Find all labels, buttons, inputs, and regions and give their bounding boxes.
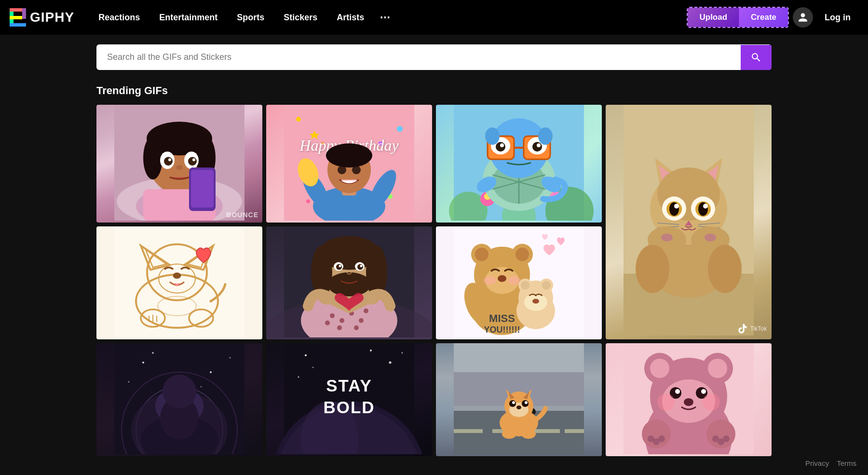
svg-point-143 (515, 248, 529, 261)
search-icon (750, 52, 762, 63)
svg-point-157 (532, 299, 539, 304)
gif-item-corgi[interactable] (96, 226, 262, 339)
svg-point-222 (675, 389, 680, 394)
gif-item-woman[interactable]: BOUNCE (96, 105, 262, 223)
svg-point-226 (703, 393, 720, 411)
svg-point-122 (354, 325, 359, 330)
svg-point-115 (330, 313, 335, 318)
svg-point-168 (142, 362, 144, 363)
gif-item-squirtle[interactable] (436, 105, 602, 223)
svg-point-141 (475, 248, 488, 261)
svg-point-208 (525, 401, 528, 404)
svg-point-234 (723, 435, 730, 442)
pink-bear-gif (606, 343, 772, 454)
nav-reactions[interactable]: Reactions (89, 9, 149, 27)
svg-point-155 (542, 281, 551, 290)
svg-point-167 (163, 375, 196, 408)
svg-point-211 (521, 429, 536, 439)
corgi-gif (96, 226, 262, 337)
giphy-logo[interactable]: GIPHY (10, 8, 74, 27)
svg-point-209 (516, 405, 521, 409)
nav-artists[interactable]: Artists (327, 9, 374, 27)
svg-point-94 (705, 234, 716, 241)
logo-icon (10, 8, 26, 27)
svg-point-172 (152, 352, 154, 354)
search-input[interactable] (96, 44, 741, 70)
svg-point-40 (338, 166, 346, 174)
svg-point-105 (173, 273, 181, 279)
svg-point-179 (389, 362, 392, 364)
svg-point-169 (210, 371, 212, 373)
gif-item-stay-bold[interactable]: STAY BOLD (266, 343, 432, 456)
svg-point-180 (298, 377, 299, 378)
search-bar (96, 44, 772, 70)
svg-point-224 (684, 398, 693, 406)
gif-item-dog-road[interactable] (436, 343, 602, 456)
svg-point-121 (337, 325, 342, 330)
svg-point-178 (305, 354, 307, 356)
svg-point-64 (537, 143, 541, 147)
svg-point-41 (352, 166, 361, 174)
tiktok-watermark: TikTok (737, 323, 767, 335)
svg-point-65 (485, 127, 500, 145)
svg-point-218 (708, 359, 727, 378)
login-button[interactable]: Log in (817, 9, 858, 27)
gif-item-pink-bear[interactable] (606, 343, 772, 456)
bounce-watermark: BOUNCE (226, 211, 258, 219)
svg-point-93 (661, 234, 673, 241)
svg-text:MISS: MISS (489, 312, 515, 324)
nav-stickers[interactable]: Stickers (274, 9, 327, 27)
svg-point-207 (512, 401, 515, 404)
svg-point-84 (674, 204, 679, 209)
gif-item-dark1[interactable] (96, 343, 262, 456)
header: GIPHY Reactions Entertainment Sports Sti… (0, 0, 868, 35)
privacy-link[interactable]: Privacy (805, 459, 829, 467)
svg-point-96 (708, 245, 742, 293)
svg-point-26 (306, 199, 310, 203)
svg-point-225 (657, 393, 675, 411)
terms-link[interactable]: Terms (837, 459, 856, 467)
svg-point-231 (658, 435, 665, 442)
svg-point-173 (201, 386, 202, 388)
svg-text:YOU!!!!!!: YOU!!!!!! (484, 325, 520, 335)
svg-point-153 (521, 281, 529, 290)
svg-point-216 (650, 359, 669, 378)
svg-rect-193 (565, 429, 584, 433)
svg-point-136 (362, 293, 380, 305)
man-heart-gif (266, 226, 432, 337)
svg-point-135 (319, 293, 336, 305)
tiktok-label: TikTok (750, 325, 767, 332)
footer: Privacy Terms (794, 451, 868, 475)
gif-item-miss-you[interactable]: MISS YOU!!!!!! (436, 226, 602, 339)
svg-point-119 (364, 308, 368, 313)
svg-rect-97 (114, 226, 244, 337)
svg-point-16 (188, 157, 197, 166)
search-button[interactable] (741, 45, 772, 70)
svg-point-15 (164, 157, 173, 166)
nav-entertainment[interactable]: Entertainment (149, 9, 227, 27)
svg-rect-22 (191, 170, 214, 208)
svg-point-66 (538, 127, 553, 145)
user-icon-button[interactable] (793, 7, 813, 28)
svg-text:STAY: STAY (326, 376, 372, 395)
svg-point-132 (357, 264, 363, 270)
svg-point-170 (128, 381, 130, 383)
main-content: Trending GIFs (0, 80, 868, 466)
gif-item-man-heart[interactable] (266, 226, 432, 339)
upload-button[interactable]: Upload (688, 8, 739, 27)
svg-point-36 (326, 143, 372, 168)
svg-point-85 (703, 204, 708, 209)
create-button[interactable]: Create (739, 8, 788, 27)
nav-sports[interactable]: Sports (227, 9, 274, 27)
svg-point-95 (636, 245, 669, 293)
dark-gif (96, 343, 262, 454)
gif-item-birthday[interactable]: Happy Birthday To me (266, 105, 432, 223)
svg-point-223 (701, 389, 706, 394)
svg-point-133 (339, 265, 341, 267)
svg-point-147 (508, 276, 520, 285)
logo-text: GIPHY (30, 10, 74, 25)
svg-point-182 (370, 349, 372, 351)
svg-point-146 (484, 276, 496, 285)
gif-item-cat[interactable]: TikTok (606, 105, 772, 339)
nav-more-button[interactable]: ⋯ (374, 7, 396, 28)
